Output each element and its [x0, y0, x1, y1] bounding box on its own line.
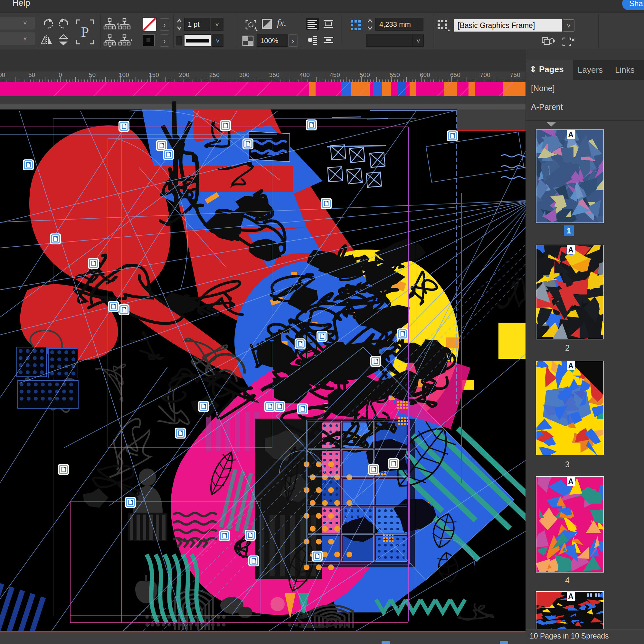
svg-text:P: P — [81, 24, 89, 40]
